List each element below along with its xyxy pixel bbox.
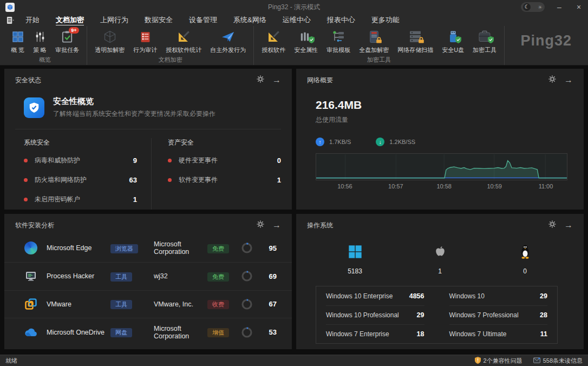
software-row-onedrive[interactable]: Microsoft OneDrive 网盘 Microsoft Corporat… <box>4 318 292 346</box>
tab-system-network[interactable]: 系统&网络 <box>225 15 275 26</box>
onedrive-app-icon <box>24 325 38 339</box>
panel-security-status: 安全状态 → 安全性概览 了解终端当前系统安全性和资产变更情况并采取必要操作 系… <box>4 69 292 210</box>
approval-clipboard-icon: 9+ <box>61 29 74 44</box>
gear-icon[interactable] <box>257 220 264 230</box>
network-storage-scan-button[interactable]: 网络存储扫描 <box>393 28 437 54</box>
table-row: Windows 7 Ultimate11 <box>449 324 548 343</box>
category-badge: 浏览器 <box>110 244 138 253</box>
score-ring <box>241 326 253 338</box>
setsquare-pencil-icon <box>177 29 191 44</box>
ssd-lock-icon <box>368 29 380 44</box>
full-disk-encryption-button[interactable]: 全盘加解密 <box>355 28 393 54</box>
list-item[interactable]: 软件变更事件1 <box>168 175 281 185</box>
mini-lock-icon <box>418 36 424 45</box>
category-badge: 网盘 <box>110 328 132 337</box>
list-item[interactable]: 防火墙和网络防护63 <box>24 175 137 185</box>
close-button[interactable]: × <box>574 3 584 11</box>
server-lock-icon <box>408 29 422 44</box>
tab-ops-center[interactable]: 运维中心 <box>275 15 319 26</box>
panel-operating-systems: 操作系统 → 5183 1 0 <box>296 214 584 349</box>
panel-title: 操作系统 <box>307 221 548 230</box>
vmware-app-icon <box>24 297 38 311</box>
transparent-encryption-button[interactable]: 透明加解密 <box>90 28 129 54</box>
list-item[interactable]: 未启用密码帐户1 <box>24 195 137 204</box>
grid-icon <box>11 29 24 44</box>
self-outgoing-button[interactable]: 自主外发行为 <box>206 28 250 54</box>
encryption-tools-button[interactable]: 加密工具 <box>468 28 501 54</box>
overview-button[interactable]: 概 览 <box>6 28 29 54</box>
sliders-icon <box>34 29 46 44</box>
status-ready: 就绪 <box>5 357 17 365</box>
group-label-doc-encryption: 文档加密 <box>90 54 250 67</box>
paper-plane-icon <box>221 29 235 44</box>
status-dot <box>168 178 172 182</box>
panel-title: 网络概要 <box>307 76 548 85</box>
software-row-edge[interactable]: Microsoft Edge 浏览器 Microsoft Corporation… <box>4 234 292 262</box>
apple-logo-icon <box>433 244 447 262</box>
behavior-audit-button[interactable]: 行为审计 <box>129 28 161 54</box>
policy-button[interactable]: 策 略 <box>29 28 51 54</box>
authorized-software-button[interactable]: 授权软件 <box>257 28 290 54</box>
ruler-pencil-icon <box>266 29 280 44</box>
table-row: Windows 7 Professional28 <box>449 305 548 324</box>
ribbon: 概 览 策 略 9+ 审批任务 概览 <box>0 26 588 66</box>
status-dot <box>24 178 28 182</box>
authorized-software-stats-button[interactable]: 授权软件统计 <box>161 28 206 54</box>
unread-messages[interactable]: 558条未读信息 <box>533 357 583 365</box>
panel-software-analysis: 软件安装分析 → Microsoft Edge 浏览器 Microsoft Co… <box>4 214 292 349</box>
statusbar: 就绪 2个兼容性问题 558条未读信息 <box>0 355 588 366</box>
gear-icon[interactable] <box>257 75 264 85</box>
software-row-process-hacker[interactable]: Process Hacker 工具 wj32 免费 69 <box>4 262 292 290</box>
os-apple: 1 <box>397 244 482 275</box>
upload-arrow-icon: ↑ <box>316 138 324 146</box>
windows-logo-icon <box>348 244 363 262</box>
usb-shield-icon <box>447 29 459 44</box>
envelope-icon <box>533 357 540 364</box>
tab-web-behavior[interactable]: 上网行为 <box>92 15 136 26</box>
linux-tux-icon <box>519 244 532 262</box>
tab-start[interactable]: 开始 <box>17 15 48 26</box>
arrow-right-icon[interactable]: → <box>272 221 281 229</box>
security-attributes-button[interactable]: 安全属性 <box>290 28 322 54</box>
moon-icon: ☾ <box>523 3 531 11</box>
list-item[interactable]: 硬件变更事件0 <box>168 156 281 165</box>
theme-toggle[interactable]: ☾ ☀ <box>521 2 545 12</box>
approval-template-button[interactable]: 审批模板 <box>322 28 355 54</box>
price-badge: 收费 <box>207 300 229 309</box>
table-row: Windows 10 Enterprise4856 <box>326 286 424 305</box>
ribbon-group-encryption-tools: 授权软件 安全属性 审批模板 全盘加解密 网络存储扫描 <box>254 26 505 65</box>
tab-document-encryption[interactable]: 文档加密 <box>48 15 92 26</box>
ribbon-group-doc-encryption: 透明加解密 行为审计 授权软件统计 自主外发行为 文档加密 <box>87 26 254 65</box>
network-traffic-chart <box>316 153 567 180</box>
x-tick: 10:59 <box>487 183 502 189</box>
software-row-vmware[interactable]: VMware 工具 VMware, Inc. 收费 67 <box>4 290 292 318</box>
approval-tasks-button[interactable]: 9+ 审批任务 <box>51 28 83 54</box>
price-badge: 免费 <box>207 244 229 253</box>
minimize-button[interactable]: – <box>554 3 564 11</box>
gear-icon[interactable] <box>548 75 556 85</box>
arrow-right-icon[interactable]: → <box>564 221 573 229</box>
process-hacker-app-icon <box>24 269 38 283</box>
mini-shield-icon <box>488 36 494 45</box>
tab-more-features[interactable]: 更多功能 <box>363 15 408 26</box>
cube-icon <box>103 29 117 44</box>
score-ring <box>241 298 253 310</box>
score-ring <box>241 270 253 282</box>
ribbon-group-overview: 概 览 策 略 9+ 审批任务 概览 <box>3 26 87 65</box>
upload-speed: ↑1.7KB/S <box>316 138 351 146</box>
tab-report-center[interactable]: 报表中心 <box>319 15 363 26</box>
arrow-right-icon[interactable]: → <box>272 76 281 84</box>
download-arrow-icon: ↓ <box>376 138 384 146</box>
tab-data-security[interactable]: 数据安全 <box>136 15 181 26</box>
compatibility-issues[interactable]: 2个兼容性问题 <box>475 357 522 365</box>
x-tick: 11:00 <box>539 183 553 189</box>
price-badge: 免费 <box>207 272 229 282</box>
secure-usb-button[interactable]: 安全U盘 <box>437 28 468 54</box>
gear-icon[interactable] <box>548 220 556 230</box>
arrow-right-icon[interactable]: → <box>564 76 573 84</box>
security-overview-title: 安全性概览 <box>53 96 215 107</box>
total-traffic-value: 216.4MB <box>316 99 567 112</box>
tab-device-management[interactable]: 设备管理 <box>181 15 225 26</box>
list-item[interactable]: 病毒和威胁防护9 <box>24 156 137 165</box>
file-menu-icon[interactable] <box>6 16 14 24</box>
